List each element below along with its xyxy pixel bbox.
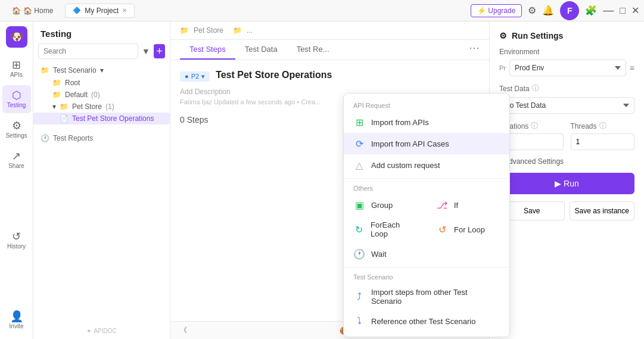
logo-text: APIDOC [94,328,116,334]
search-input[interactable] [38,43,138,59]
folder-icon-default: 📁 [52,91,61,99]
group-icon: ▣ [353,199,365,211]
divider-1 [344,178,509,179]
tree-item-default[interactable]: 📁 Default (0) [33,89,170,101]
dropdown-grid-others: ▣ Group ⎇ If ↻ ForEach Loop ↺ For Loop [344,194,509,243]
dropdown-import-steps[interactable]: ⤴ Import steps from other Test Scenario [344,283,509,310]
nav-item-settings[interactable]: ⚙ Settings [2,116,31,144]
iterations-threads-row: Iterations ⓘ Threads ⓘ [499,121,634,150]
run-settings-label: Run Settings [512,31,563,41]
invite-icon: 👤 [10,311,23,322]
import-steps-icon: ⤴ [353,291,365,303]
close-window-icon[interactable]: ✕ [631,5,639,16]
env-list-icon[interactable]: ≡ [630,63,634,73]
share-label: Share [8,163,24,169]
left-nav: 🐶 ⊞ APIs ⬡ Testing ⚙ Settings ↗ Share ↺ … [0,21,33,339]
divider-2 [344,267,509,268]
threads-label-text: Threads [571,122,597,130]
advanced-settings-label: Advanced Settings [504,157,564,166]
minimize-icon[interactable]: — [603,4,614,17]
user-avatar[interactable]: F [560,1,579,20]
if-label: If [454,201,458,210]
home-tab[interactable]: 🏠 🏠 Home [5,4,60,17]
extension-icon[interactable]: 🧩 [585,5,597,16]
dropdown-group[interactable]: ▣ Group [344,194,427,216]
dropdown-menu: API Request ⊞ Import from APIs ⟳ Import … [343,93,510,337]
dropdown-if[interactable]: ⎇ If [427,194,509,216]
test-data-help-icon: ⓘ [532,83,539,94]
right-panel: ⚙ Run Settings Environment Pr Prod Env ≡… [489,21,644,339]
if-icon: ⎇ [436,199,448,211]
dropdown-section-scenario: Test Scenario [344,270,509,283]
nav-item-testing[interactable]: ⬡ Testing [2,85,31,113]
tree-item-petstore[interactable]: ▾ 📁 Pet Store (1) [33,101,170,113]
search-area: ▼ + [33,43,170,64]
priority-badge[interactable]: ● P2 ▾ [180,71,210,82]
priority-indicator: ● [185,73,189,80]
dropdown-add-custom[interactable]: △ Add custom request [344,154,509,176]
collapse-icon[interactable]: 《 [180,325,187,335]
project-tab[interactable]: 🔷 My Project ✕ [65,4,135,18]
sidebar: Testing ▼ + 📁 Test Scenario ▾ 📁 Root 📁 D… [33,21,170,339]
folder-icon-root: 📁 [52,79,61,87]
save-instance-button[interactable]: Save as instance [570,201,635,220]
test-reports-link[interactable]: 🕐 Test Reports [33,129,170,147]
chevron-icon: ▾ [52,102,56,111]
dropdown-wait[interactable]: 🕐 Wait [344,243,509,265]
nav-item-share[interactable]: ↗ Share [2,146,31,174]
environment-select[interactable]: Prod Env [509,60,626,76]
advanced-settings-link[interactable]: › Advanced Settings [499,157,634,166]
dropdown-foreach-loop[interactable]: ↻ ForEach Loop [344,216,427,243]
petstore-count: (1) [105,102,114,111]
priority-chevron: ▾ [201,73,205,80]
test-data-select[interactable]: No Test Data [499,97,634,114]
project-tab-label: My Project [85,7,119,15]
threads-input[interactable] [571,133,635,150]
dropdown-for-loop[interactable]: ↺ For Loop [427,216,509,243]
bell-icon[interactable]: 🔔 [542,5,554,16]
wait-label: Wait [371,250,387,259]
dropdown-section-others: Others [344,181,509,194]
run-settings-icon: ⚙ [499,31,507,41]
run-button[interactable]: ▶ Run [499,173,634,194]
add-button[interactable]: + [154,44,165,58]
sidebar-header: Testing [33,21,170,43]
folder-icon: 📁 [41,66,49,74]
close-tab-icon[interactable]: ✕ [122,7,127,14]
import-apis-icon: ⊞ [353,116,365,128]
share-icon: ↗ [12,151,21,161]
project-icon: 🔷 [73,7,81,14]
app-logo: 🐶 [6,26,27,48]
home-label: 🏠 Home [23,7,53,15]
updated-time: Updated a few seconds ago • Crea... [214,98,321,105]
nav-item-invite[interactable]: 👤 Invite [2,306,31,334]
tree-scenario-label[interactable]: 📁 Test Scenario ▾ [33,64,170,77]
import-api-cases-icon: ⟳ [353,138,365,150]
home-icon: 🏠 [12,7,21,15]
maximize-icon[interactable]: □ [620,5,626,16]
invite-label: Invite [10,323,24,329]
tab-test-steps[interactable]: Test Steps [180,40,235,60]
tab-test-data[interactable]: Test Data [235,40,287,60]
dropdown-import-api-cases[interactable]: ⟳ Import from API Cases [344,133,509,154]
dropdown-reference-other[interactable]: ⤵ Reference other Test Scenario [344,310,509,332]
forloop-icon: ↺ [436,223,448,235]
upgrade-button[interactable]: ⚡ Upgrade [471,4,522,17]
tab-test-results[interactable]: Test Re... [287,40,339,60]
nav-item-apis[interactable]: ⊞ APIs [2,55,31,83]
more-options-icon[interactable]: ⋯ [469,41,480,59]
tree-item-test-pet-store[interactable]: 📄 Test Pet Store Operations [33,113,170,125]
test-data-section: Test Data ⓘ No Test Data [499,83,634,114]
tree-item-root[interactable]: 📁 Root [33,77,170,89]
breadcrumb-sep: 📁 [233,26,242,35]
import-steps-label: Import steps from other Test Scenario [371,288,500,306]
testing-icon: ⬡ [12,90,21,101]
dropdown-import-apis[interactable]: ⊞ Import from APIs [344,111,509,133]
content-area: 📁 Pet Store 📁 ... Test Steps Test Data T… [170,21,489,339]
filter-button[interactable]: ▼ [142,46,150,56]
gear-icon[interactable]: ⚙ [528,5,536,16]
breadcrumb-folder-icon: 📁 [180,26,189,35]
root-label: Root [65,79,80,87]
clock-icon: 🕐 [41,134,49,142]
nav-item-history[interactable]: ↺ History [2,226,31,254]
